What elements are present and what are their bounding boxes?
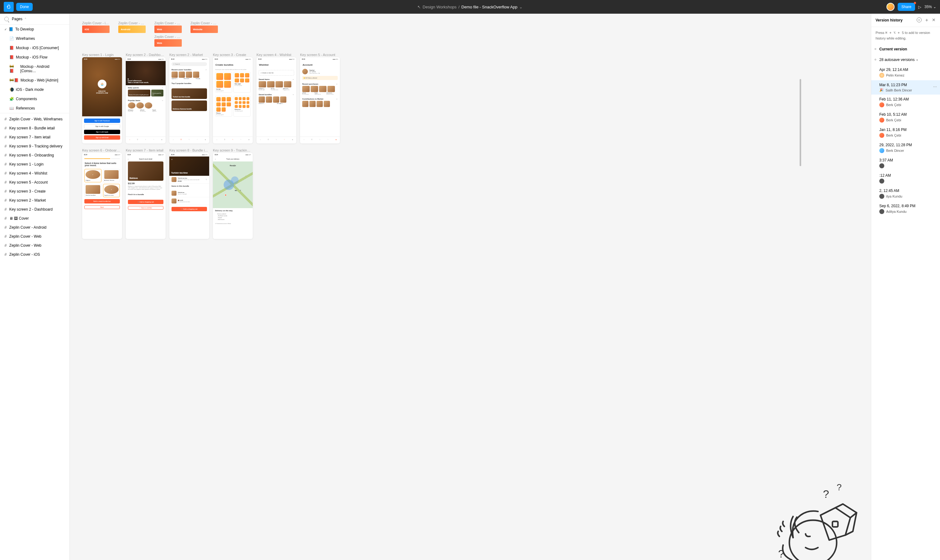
search-icon[interactable]	[5, 17, 9, 21]
version-history-panel: Version history ≡ + ✕ Press ⌘ + ⌥ + S to…	[871, 14, 940, 560]
screen-frame[interactable]: Key screen 8 - Bundle i…8:14●●● ⚏ ▪‹Turk…	[170, 148, 209, 239]
svg-text:?: ?	[823, 488, 829, 500]
svg-text:?: ?	[837, 482, 841, 492]
frame-icon: #	[5, 198, 7, 203]
version-item[interactable]: 2, 12:45 AMitya Kundu	[871, 186, 940, 201]
frame-item[interactable]: #Key screen 4 - Wishlist	[0, 169, 69, 178]
cover-frame[interactable]: Zeplin Cover - …Web	[154, 35, 182, 47]
done-button[interactable]: Done	[16, 3, 33, 11]
version-item[interactable]: 29, 2022, 11:28 PMBerk Dincer	[871, 140, 940, 155]
hand-tool[interactable]	[4, 2, 14, 12]
page-item[interactable]: ✓📘To Develop	[0, 25, 69, 34]
frame-item[interactable]: #Key screen 5 - Account	[0, 178, 69, 187]
canvas[interactable]: Zeplin Cover - i…iOSZeplin Cover - …Andr…	[70, 14, 871, 560]
frame-item[interactable]: #Key screen 2 - Market	[0, 196, 69, 205]
frame-item[interactable]: #Key screen 7 - Item ietail	[0, 132, 69, 142]
cover-frame[interactable]: Zeplin Cover - i…iOS	[82, 21, 109, 33]
more-icon[interactable]: ⋯	[933, 85, 937, 89]
left-sidebar: Pages ⌃ ✓📘To Develop📄Wireframes📕Mockup -…	[0, 14, 70, 560]
avatar[interactable]	[886, 3, 895, 11]
file-name[interactable]: Demo file - SnackOverflow App	[461, 5, 517, 9]
plus-icon[interactable]: +	[925, 17, 928, 23]
frame-item[interactable]: #Key screen 9 - Tracking delivery	[0, 142, 69, 151]
chevron-up-icon: ⌃	[24, 17, 27, 20]
frame-icon: #	[5, 189, 7, 194]
frame-icon: #	[5, 234, 7, 238]
pages-header[interactable]: Pages ⌃	[0, 14, 69, 25]
svg-point-0	[789, 520, 837, 560]
frame-icon: #	[5, 180, 7, 185]
version-item[interactable]: :12 AM	[871, 171, 940, 186]
version-item[interactable]: Jan 11, 8:16 PMBerk Çebi	[871, 125, 940, 140]
frame-item[interactable]: #Zeplin Cover - iOS	[0, 250, 69, 259]
screen-frame[interactable]: Key screen 2 - Market8:14●●● ⚏ ▪⚲ Search…	[170, 53, 209, 143]
autosave-row[interactable]: 28 autosave versions▼	[871, 54, 940, 65]
cover-frame[interactable]: Zeplin Cover - …Android	[118, 21, 146, 33]
page-item[interactable]: 📖References	[0, 104, 69, 113]
cover-frame[interactable]: Zeplin Cover - …Website	[191, 21, 218, 33]
frame-item[interactable]: #Zeplin Cover - Web	[0, 232, 69, 241]
breadcrumb[interactable]: ↖ Design Workshops / Demo file - SnackOv…	[418, 5, 522, 9]
screen-frame[interactable]: Key screen 7 - Item ietail8:14●●● ⚏ ▪‹Se…	[126, 148, 166, 239]
frame-icon: #	[5, 171, 7, 175]
check-icon: ✓	[5, 28, 7, 31]
toolbar: Done ↖ Design Workshops / Demo file - Sn…	[0, 0, 940, 14]
current-version-row[interactable]: Current version	[871, 44, 940, 54]
frame-icon: #	[5, 252, 7, 257]
page-item[interactable]: 🚧📕Mockup - Android [Consu…	[0, 62, 69, 75]
frame-item[interactable]: #Zeplin Cover - Web, Wireframes	[0, 114, 69, 123]
screens-row-1: Key screen 1 - Login8:14●●● ⚏ ▪🧁SNACKOVE…	[82, 53, 858, 143]
screen-frame[interactable]: Key screen 2 - Dashbo…8:14●●● ⚏ ▪◉ Good …	[126, 53, 166, 143]
frame-item[interactable]: #Zeplin Cover - Android	[0, 223, 69, 232]
frame-item[interactable]: #Key screen 1 - Login	[0, 160, 69, 169]
screen-frame[interactable]: Key screen 1 - Login8:14●●● ⚏ ▪🧁SNACKOVE…	[82, 53, 122, 143]
screen-frame[interactable]: Key screen 9 - Trackin…8:14●●● ⚏ ▪‹Track…	[213, 148, 253, 239]
version-item[interactable]: Feb 10, 5:12 AMBerk Çebi	[871, 110, 940, 125]
frame-item[interactable]: #Key screen 2 - Dashboard	[0, 205, 69, 214]
frame-icon: #	[5, 135, 7, 139]
chevron-down-icon[interactable]	[519, 5, 522, 9]
chevron-down-icon	[933, 5, 936, 9]
version-item[interactable]: 3:37 AM	[871, 155, 940, 171]
version-item[interactable]: Mar 8, 11:23 PM🎉Salih Berk Dincer⋯	[871, 80, 940, 95]
frame-item[interactable]: #Key screen 6 - Onboarding	[0, 151, 69, 160]
svg-text:?: ?	[778, 548, 784, 560]
screen-frame[interactable]: Key screen 6 - Onboar…8:14●●● ⚏ ▪Select …	[82, 148, 122, 239]
frame-item[interactable]: #🖥 🖼 Cover	[0, 214, 69, 223]
keyboard-hint: Press ⌘ + ⌥ + S to add to version histor…	[871, 27, 940, 44]
scrollbar[interactable]	[800, 79, 801, 166]
page-item[interactable]: 🚧📕Mockup - Web [Admin]	[0, 75, 69, 85]
screen-frame[interactable]: Key screen 3 - Create8:14●●● ⚏ ▪Create b…	[213, 53, 253, 143]
panel-title: Version history	[875, 18, 914, 22]
frame-icon: #	[5, 162, 7, 166]
cover-row: Zeplin Cover - i…iOSZeplin Cover - …Andr…	[82, 21, 858, 33]
page-item[interactable]: 🧩Components	[0, 94, 69, 104]
zoom-control[interactable]: 35%	[925, 5, 936, 9]
frame-icon: #	[5, 207, 7, 212]
version-item[interactable]: Sep 6, 2022, 8:49 PMAditya Kundu	[871, 201, 940, 217]
frame-icon: #	[5, 225, 7, 229]
frame-icon: #	[5, 243, 7, 248]
frame-icon: #	[5, 117, 7, 122]
close-icon[interactable]: ✕	[932, 17, 935, 23]
frame-icon: #	[5, 216, 7, 221]
version-item[interactable]: Feb 11, 12:36 AMBerk Çebi	[871, 95, 940, 110]
play-icon[interactable]: ▷	[918, 5, 922, 9]
cover-frame[interactable]: Zeplin Cover - …Web	[154, 21, 182, 33]
frame-item[interactable]: #Zeplin Cover - Web	[0, 241, 69, 250]
screens-row-2: Key screen 6 - Onboar…8:14●●● ⚏ ▪Select …	[82, 148, 858, 239]
page-item[interactable]: 📕Mockup - iOS Flow	[0, 52, 69, 62]
version-item[interactable]: Apr 29, 12:14 AMPelin Kenez	[871, 65, 940, 80]
screen-frame[interactable]: Key screen 4 - Wishlist8:14●●● ⚏ ▪Wishli…	[256, 53, 296, 143]
screen-frame[interactable]: Key screen 5 - Account8:14●●● ⚏ ▪Account…	[300, 53, 340, 143]
frame-icon: #	[5, 126, 7, 130]
page-item[interactable]: 🌘iOS - Dark mode	[0, 85, 69, 94]
frame-item[interactable]: #Key screen 3 - Create	[0, 187, 69, 196]
page-item[interactable]: 📄Wireframes	[0, 34, 69, 43]
page-item[interactable]: 📕Mockup - iOS [Consumer]	[0, 43, 69, 52]
share-button[interactable]: Share	[898, 3, 915, 11]
frame-item[interactable]: #Key screen 8 - Bundle ietail	[0, 123, 69, 132]
svg-rect-1	[832, 522, 838, 527]
back-arrow-icon: ↖	[418, 5, 421, 9]
filter-icon[interactable]: ≡	[917, 17, 922, 22]
